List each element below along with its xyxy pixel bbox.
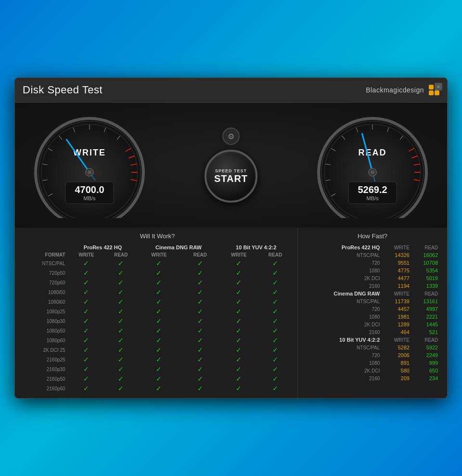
check-cell: ✓ bbox=[180, 355, 219, 364]
speed-data-row: NTSC/PAL1432616062 bbox=[305, 251, 440, 259]
settings-button[interactable]: ⚙ bbox=[222, 128, 240, 145]
speed-row-label: NTSC/PAL bbox=[305, 297, 382, 305]
checkmark-icon: ✓ bbox=[236, 385, 242, 392]
speed-row-label: 2K DCI bbox=[305, 367, 382, 374]
read-gauge: READ 5269.2 MB/s bbox=[312, 112, 433, 218]
write-gauge: WRITE 4700.0 MB/s bbox=[29, 112, 150, 218]
check-cell: ✓ bbox=[104, 278, 137, 287]
checkmark-icon: ✓ bbox=[236, 269, 242, 277]
col-header-prores: ProRes 422 HQ bbox=[68, 244, 138, 251]
checkmark-icon: ✓ bbox=[118, 346, 124, 354]
checkmark-icon: ✓ bbox=[236, 365, 242, 373]
row-format-label: 1080p25 bbox=[22, 307, 68, 316]
checkmark-icon: ✓ bbox=[118, 279, 124, 286]
check-cell: ✓ bbox=[137, 297, 180, 307]
check-cell: ✓ bbox=[137, 384, 180, 393]
checkmark-icon: ✓ bbox=[156, 317, 162, 325]
check-cell: ✓ bbox=[219, 364, 258, 374]
svg-text:4700.0: 4700.0 bbox=[75, 184, 104, 195]
checkmark-icon: ✓ bbox=[83, 298, 89, 306]
start-label-line1: SPEED TEST bbox=[215, 168, 247, 173]
checkmark-icon: ✓ bbox=[272, 308, 278, 315]
table-row: 720p60✓✓✓✓✓✓ bbox=[22, 278, 293, 287]
read-value: 1339 bbox=[411, 282, 440, 290]
brand-dot-1 bbox=[429, 85, 434, 90]
checkmark-icon: ✓ bbox=[83, 336, 89, 344]
check-cell: ✓ bbox=[258, 307, 293, 316]
speed-data-row: 2K DCI580650 bbox=[305, 367, 440, 374]
checkmark-icon: ✓ bbox=[118, 375, 124, 383]
check-cell: ✓ bbox=[104, 355, 137, 364]
check-cell: ✓ bbox=[104, 335, 137, 345]
table-row: 2160p60✓✓✓✓✓✓ bbox=[22, 384, 293, 393]
check-cell: ✓ bbox=[137, 345, 180, 355]
start-button[interactable]: SPEED TEST START bbox=[205, 150, 257, 203]
speed-data-row: 216011941339 bbox=[305, 282, 440, 290]
speed-row-label: 720 bbox=[305, 351, 382, 359]
checkmark-icon: ✓ bbox=[236, 346, 242, 354]
checkmark-icon: ✓ bbox=[118, 308, 124, 315]
checkmark-icon: ✓ bbox=[236, 356, 242, 363]
check-cell: ✓ bbox=[258, 268, 293, 278]
checkmark-icon: ✓ bbox=[272, 385, 278, 392]
check-cell: ✓ bbox=[180, 307, 219, 316]
row-format-label: 1080i50 bbox=[22, 287, 68, 297]
read-value: 13161 bbox=[411, 297, 440, 305]
check-cell: ✓ bbox=[219, 268, 258, 278]
checkmark-icon: ✓ bbox=[118, 298, 124, 306]
row-format-label: 2160p60 bbox=[22, 384, 68, 393]
write-value: 891 bbox=[382, 359, 411, 367]
check-cell: ✓ bbox=[137, 307, 180, 316]
checkmark-icon: ✓ bbox=[156, 269, 162, 277]
speed-data-row: 720955110708 bbox=[305, 259, 440, 267]
data-section: Will It Work? ProRes 422 HQ Cinema DNG R… bbox=[15, 228, 447, 398]
check-cell: ✓ bbox=[258, 297, 293, 307]
check-cell: ✓ bbox=[68, 268, 105, 278]
table-row: 2K DCI 25✓✓✓✓✓✓ bbox=[22, 345, 293, 355]
checkmark-icon: ✓ bbox=[83, 346, 89, 354]
row-format-label: 1080p30 bbox=[22, 316, 68, 326]
checkmark-icon: ✓ bbox=[236, 327, 242, 334]
check-cell: ✓ bbox=[180, 287, 219, 297]
checkmark-icon: ✓ bbox=[156, 356, 162, 363]
checkmark-icon: ✓ bbox=[83, 259, 89, 267]
checkmark-icon: ✓ bbox=[197, 375, 203, 383]
checkmark-icon: ✓ bbox=[272, 327, 278, 334]
checkmark-icon: ✓ bbox=[272, 298, 278, 306]
check-cell: ✓ bbox=[219, 374, 258, 384]
speed-data-row: 108047755354 bbox=[305, 267, 440, 274]
checkmark-icon: ✓ bbox=[156, 336, 162, 344]
checkmark-icon: ✓ bbox=[156, 375, 162, 383]
check-cell: ✓ bbox=[258, 316, 293, 326]
speed-group-name: 10 Bit YUV 4:2:2 bbox=[305, 336, 382, 344]
close-button[interactable]: × bbox=[435, 83, 442, 90]
checkmark-icon: ✓ bbox=[83, 308, 89, 315]
speed-row-label: 720 bbox=[305, 305, 382, 313]
subheader-write-3: WRITE bbox=[219, 251, 258, 258]
speed-data-row: 108019812221 bbox=[305, 313, 440, 321]
speed-data-row: 72020062249 bbox=[305, 351, 440, 359]
table-row: 2160p50✓✓✓✓✓✓ bbox=[22, 374, 293, 384]
write-value: 2006 bbox=[382, 351, 411, 359]
read-value: 999 bbox=[411, 359, 440, 367]
checkmark-icon: ✓ bbox=[236, 279, 242, 286]
checkmark-icon: ✓ bbox=[236, 259, 242, 267]
check-cell: ✓ bbox=[258, 287, 293, 297]
write-value: 4477 bbox=[382, 274, 411, 282]
check-cell: ✓ bbox=[68, 287, 105, 297]
check-cell: ✓ bbox=[180, 345, 219, 355]
read-value: 5922 bbox=[411, 344, 440, 351]
table-row: 1080p60✓✓✓✓✓✓ bbox=[22, 335, 293, 345]
checkmark-icon: ✓ bbox=[118, 259, 124, 267]
checkmark-icon: ✓ bbox=[197, 336, 203, 344]
window-title: Disk Speed Test bbox=[23, 84, 103, 96]
checkmark-icon: ✓ bbox=[236, 375, 242, 383]
check-cell: ✓ bbox=[219, 307, 258, 316]
checkmark-icon: ✓ bbox=[118, 336, 124, 344]
read-value: 650 bbox=[411, 367, 440, 374]
checkmark-icon: ✓ bbox=[197, 317, 203, 325]
read-col-header: READ bbox=[411, 244, 440, 251]
svg-text:MB/s: MB/s bbox=[83, 195, 96, 201]
checkmark-icon: ✓ bbox=[197, 279, 203, 286]
write-col-header: WRITE bbox=[382, 290, 411, 297]
